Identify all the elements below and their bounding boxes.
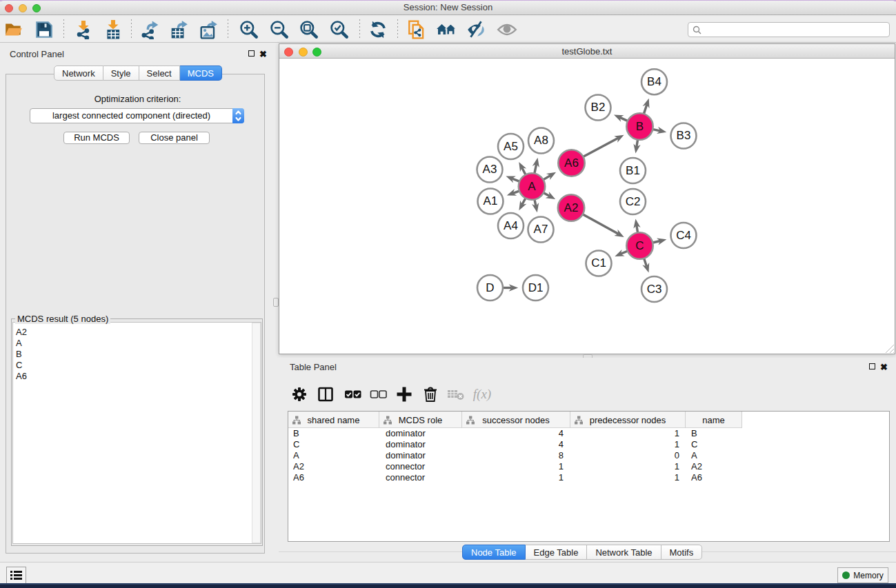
svg-text:A4: A4 [504,219,518,232]
svg-text:A2: A2 [564,201,579,214]
svg-text:B3: B3 [677,129,691,142]
svg-text:B4: B4 [647,75,661,88]
svg-text:A1: A1 [484,194,498,207]
svg-text:C: C [635,239,644,252]
svg-text:A8: A8 [534,134,548,147]
svg-text:C1: C1 [591,256,606,270]
svg-text:B2: B2 [591,101,606,114]
svg-text:A6: A6 [564,156,579,170]
svg-text:C3: C3 [647,283,662,296]
svg-text:D1: D1 [528,281,544,294]
svg-text:B: B [636,120,644,133]
svg-text:A7: A7 [534,223,548,236]
svg-text:C4: C4 [676,229,691,242]
svg-text:C2: C2 [626,195,641,208]
svg-text:D: D [486,281,494,294]
svg-text:A5: A5 [504,140,518,153]
svg-text:A3: A3 [483,163,497,176]
svg-text:B1: B1 [626,164,640,177]
svg-text:A: A [528,180,536,193]
